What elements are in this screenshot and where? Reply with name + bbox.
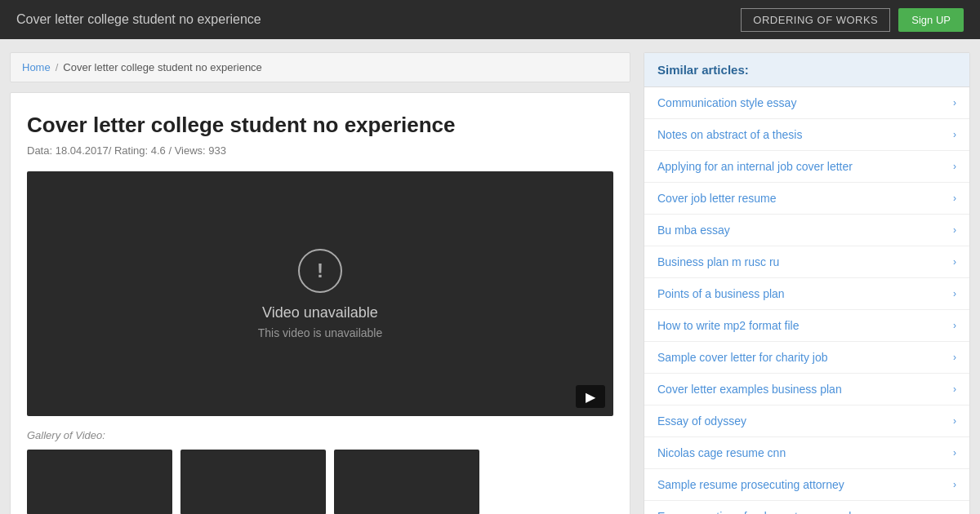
sidebar-item-arrow-10: › [953, 415, 956, 427]
sidebar-item-1[interactable]: Notes on abstract of a thesis› [644, 119, 969, 151]
header-title: Cover letter college student no experien… [16, 12, 261, 27]
sidebar-item-arrow-8: › [953, 352, 956, 363]
sidebar-item-label-6: Points of a business plan [657, 287, 785, 300]
sidebar-item-label-0: Communication style essay [657, 96, 796, 109]
breadcrumb-separator: / [56, 61, 59, 73]
sidebar-item-13[interactable]: Essay questions for dance team members› [644, 501, 969, 514]
sidebar-item-arrow-0: › [953, 97, 956, 109]
sidebar-item-arrow-1: › [953, 129, 956, 140]
main-content: Home / Cover letter college student no e… [10, 52, 630, 514]
breadcrumb: Home / Cover letter college student no e… [10, 52, 630, 82]
sidebar-item-arrow-4: › [953, 224, 956, 236]
article-title: Cover letter college student no experien… [27, 113, 613, 138]
sidebar-item-arrow-3: › [953, 193, 956, 204]
gallery-label: Gallery of Video: [27, 429, 613, 441]
sidebar-items: Communication style essay›Notes on abstr… [644, 87, 969, 514]
sidebar-item-arrow-2: › [953, 161, 956, 172]
header-actions: ORDERING OF WORKS Sign UP [741, 8, 964, 32]
breadcrumb-home[interactable]: Home [22, 61, 51, 73]
gallery-thumb-2[interactable] [180, 450, 326, 514]
sidebar-item-2[interactable]: Applying for an internal job cover lette… [644, 151, 969, 183]
video-embed[interactable]: ! Video unavailable This video is unavai… [27, 171, 613, 416]
sidebar-item-label-4: Bu mba essay [657, 224, 730, 237]
sidebar-item-label-10: Essay of odyssey [657, 414, 746, 428]
sidebar-item-arrow-5: › [953, 256, 956, 268]
sidebar-item-label-9: Cover letter examples business plan [657, 383, 842, 396]
sidebar-item-label-13: Essay questions for dance team members [657, 510, 871, 514]
article-meta: Data: 18.04.2017/ Rating: 4.6 / Views: 9… [27, 144, 613, 157]
sidebar-item-arrow-11: › [953, 447, 956, 459]
sidebar-item-label-12: Sample resume prosecuting attorney [657, 478, 844, 491]
breadcrumb-current: Cover letter college student no experien… [63, 61, 262, 73]
article-card: Cover letter college student no experien… [10, 92, 630, 514]
gallery-thumb-3[interactable] [334, 450, 479, 514]
gallery-thumbs [27, 450, 613, 514]
sidebar-item-arrow-6: › [953, 288, 956, 299]
sidebar-item-3[interactable]: Cover job letter resume› [644, 183, 969, 215]
ordering-button[interactable]: ORDERING OF WORKS [741, 8, 890, 32]
sidebar-item-8[interactable]: Sample cover letter for charity job› [644, 342, 969, 374]
sidebar-item-arrow-13: › [953, 511, 956, 514]
sidebar: Similar articles: Communication style es… [644, 52, 970, 514]
header: Cover letter college student no experien… [0, 0, 980, 39]
video-error-icon: ! [298, 249, 342, 293]
sidebar-item-label-8: Sample cover letter for charity job [657, 351, 828, 364]
sidebar-item-9[interactable]: Cover letter examples business plan› [644, 374, 969, 405]
sidebar-item-0[interactable]: Communication style essay› [644, 87, 969, 119]
sidebar-item-label-11: Nicolas cage resume cnn [657, 446, 786, 459]
sidebar-heading: Similar articles: [644, 53, 969, 87]
sidebar-item-label-3: Cover job letter resume [657, 192, 777, 205]
video-unavailable-title: Video unavailable [262, 304, 378, 321]
signup-button[interactable]: Sign UP [898, 8, 964, 32]
sidebar-item-4[interactable]: Bu mba essay› [644, 215, 969, 246]
sidebar-item-label-5: Business plan m rusc ru [657, 255, 779, 268]
sidebar-item-label-1: Notes on abstract of a thesis [657, 128, 802, 141]
sidebar-item-6[interactable]: Points of a business plan› [644, 278, 969, 310]
video-unavailable-sub: This video is unavailable [258, 326, 383, 339]
sidebar-item-5[interactable]: Business plan m rusc ru› [644, 246, 969, 278]
sidebar-item-7[interactable]: How to write mp2 format file› [644, 310, 969, 342]
sidebar-item-11[interactable]: Nicolas cage resume cnn› [644, 437, 969, 469]
sidebar-item-arrow-7: › [953, 320, 956, 331]
gallery-thumb-1[interactable] [27, 450, 172, 514]
sidebar-item-label-2: Applying for an internal job cover lette… [657, 160, 853, 173]
sidebar-item-label-7: How to write mp2 format file [657, 319, 800, 332]
video-play-button[interactable]: ▶ [576, 385, 605, 408]
sidebar-item-arrow-12: › [953, 479, 956, 490]
play-icon: ▶ [586, 389, 595, 405]
sidebar-item-10[interactable]: Essay of odyssey› [644, 405, 969, 437]
sidebar-item-12[interactable]: Sample resume prosecuting attorney› [644, 469, 969, 501]
sidebar-card: Similar articles: Communication style es… [644, 52, 970, 514]
sidebar-item-arrow-9: › [953, 383, 956, 395]
page-body: Home / Cover letter college student no e… [0, 39, 980, 514]
